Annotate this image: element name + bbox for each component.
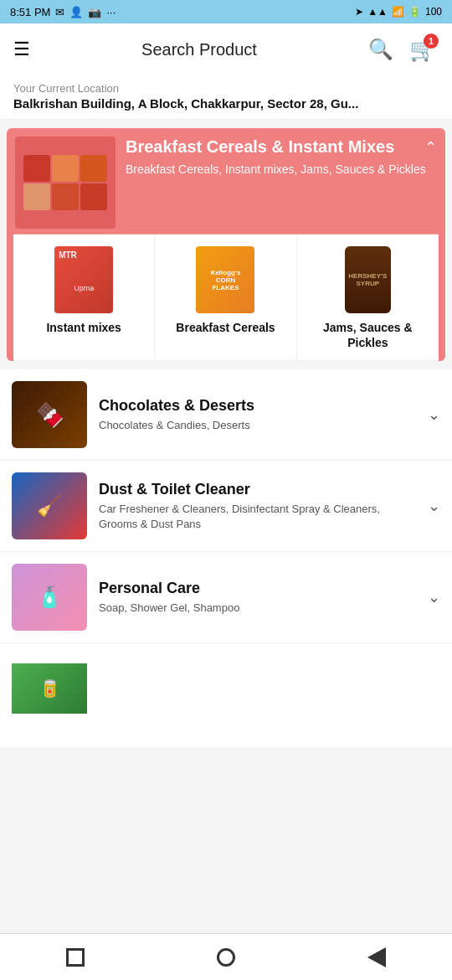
bottom-navigation (0, 933, 452, 980)
personal-care-chevron-down-icon: ⌄ (428, 588, 440, 606)
category-item-dust-cleaner[interactable]: 🧹 Dust & Toilet Cleaner Car Freshener & … (0, 461, 452, 552)
app-header: ☰ Search Product 🔍 🛒 1 (0, 23, 452, 75)
chocolates-name: Chocolates & Deserts (99, 397, 421, 415)
subcategory-item-jams-sauces[interactable]: HERSHEY'SSYRUP Jams, Sauces & Pickles (297, 235, 439, 361)
banner-chevron-up-icon: ⌃ (424, 138, 437, 157)
dust-cleaner-info: Dust & Toilet Cleaner Car Freshener & Cl… (87, 481, 421, 532)
subcategory-label-instant-mixes: Instant mixes (46, 320, 121, 335)
search-icon[interactable]: 🔍 (368, 38, 393, 61)
page-title: Search Product (30, 40, 368, 59)
personal-care-info: Personal Care Soap, Shower Gel, Shampoo (87, 580, 421, 616)
instant-mixes-image: Upma (50, 246, 117, 313)
chocolates-thumbnail: 🍫 (12, 381, 87, 448)
featured-banner[interactable]: Breakfast Cereals & Instant Mixes Breakf… (7, 128, 445, 361)
subcategory-label-jams-sauces: Jams, Sauces & Pickles (304, 320, 432, 350)
dust-cleaner-thumbnail: 🧹 (12, 472, 87, 539)
subcategory-item-instant-mixes[interactable]: Upma Instant mixes (13, 235, 155, 361)
nav-home-button[interactable] (201, 941, 251, 974)
subcategory-grid: Upma Instant mixes Kellogg'sCORNFLAKES B… (13, 234, 439, 361)
chocolates-chevron-down-icon: ⌄ (428, 405, 440, 424)
banner-subtitle: Breakfast Cereals, Instant mixes, Jams, … (126, 162, 437, 178)
chocolates-info: Chocolates & Deserts Chocolates & Candie… (87, 397, 421, 433)
menu-icon[interactable]: ☰ (13, 39, 30, 60)
status-time: 8:51 PM ✉ 👤 📷 ··· (10, 6, 116, 18)
status-icons: ➤ ▲▲ 📶 🔋 100 (355, 6, 442, 18)
category-list: 🍫 Chocolates & Deserts Chocolates & Cand… (0, 369, 452, 747)
category-item-chocolates[interactable]: 🍫 Chocolates & Deserts Chocolates & Cand… (0, 369, 452, 461)
header-icons: 🔍 🛒 1 (368, 34, 439, 65)
subcategory-label-breakfast-cereals: Breakfast Cereals (176, 320, 275, 335)
nav-back-button[interactable] (352, 941, 402, 974)
banner-title: Breakfast Cereals & Instant Mixes (126, 137, 437, 157)
jams-sauces-image: HERSHEY'SSYRUP (334, 246, 401, 313)
location-address: Balkrishan Building, A Block, Chakkarpur… (13, 96, 439, 111)
home-icon (217, 948, 235, 967)
breakfast-cereals-image: Kellogg'sCORNFLAKES (192, 246, 259, 313)
dust-cleaner-desc: Car Freshener & Cleaners, Disinfectant S… (99, 502, 421, 532)
personal-care-name: Personal Care (99, 580, 421, 597)
partial-thumbnail: 🥫 (12, 655, 87, 722)
cart-badge: 1 (424, 34, 439, 49)
banner-content: Breakfast Cereals & Instant Mixes Breakf… (7, 128, 445, 234)
subcategory-item-breakfast-cereals[interactable]: Kellogg'sCORNFLAKES Breakfast Cereals (155, 235, 296, 361)
personal-care-desc: Soap, Shower Gel, Shampoo (99, 601, 421, 616)
location-bar: Your Current Location Balkrishan Buildin… (0, 75, 452, 120)
chocolates-desc: Chocolates & Candies, Deserts (99, 418, 421, 433)
category-item-partial[interactable]: 🥫 (0, 643, 452, 747)
banner-image (15, 137, 116, 229)
back-icon (367, 947, 386, 967)
stop-icon (66, 948, 85, 967)
personal-care-thumbnail: 🧴 (12, 564, 87, 631)
status-bar: 8:51 PM ✉ 👤 📷 ··· ➤ ▲▲ 📶 🔋 100 (0, 0, 452, 23)
cart-button[interactable]: 🛒 1 (407, 34, 439, 65)
nav-stop-button[interactable] (50, 941, 100, 974)
banner-text: Breakfast Cereals & Instant Mixes Breakf… (116, 137, 437, 178)
dust-cleaner-name: Dust & Toilet Cleaner (99, 481, 421, 498)
category-item-personal-care[interactable]: 🧴 Personal Care Soap, Shower Gel, Shampo… (0, 552, 452, 643)
location-label: Your Current Location (13, 82, 439, 95)
dust-cleaner-chevron-down-icon: ⌄ (428, 497, 440, 515)
